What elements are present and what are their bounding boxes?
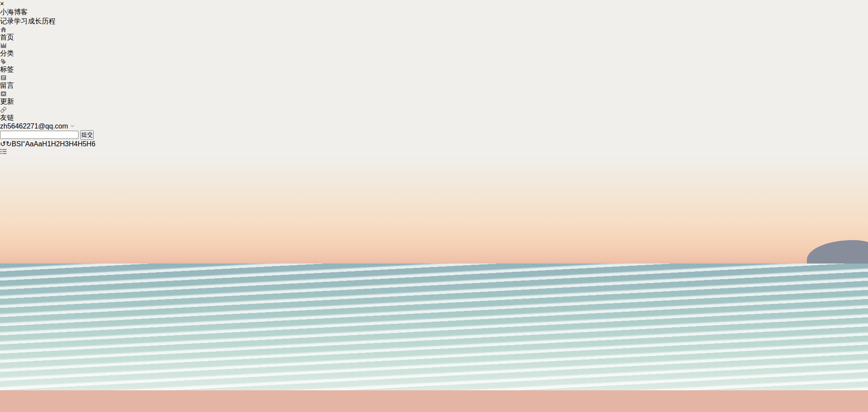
h6-button[interactable]: H6 (86, 140, 95, 148)
nav-item-update[interactable]: 更新 (0, 90, 868, 106)
nav-item-category[interactable]: 分类 (0, 42, 868, 58)
photo-sea (0, 264, 868, 390)
update-icon (0, 90, 868, 97)
h5-button[interactable]: H5 (78, 140, 86, 148)
ucwords-button[interactable]: Aa (25, 140, 34, 148)
site-header: × 小海博客 记录学习成长历程 首页分类标签留言更新友链 zh56462271@… (0, 0, 868, 130)
user-email: zh56462271@qq.com (0, 122, 68, 130)
nav-label: 友链 (0, 114, 14, 121)
brand: 小海博客 记录学习成长历程 (0, 8, 868, 26)
site-logo-avatar[interactable]: × (0, 0, 868, 8)
undo-button[interactable]: ↺ (0, 140, 6, 148)
h1-icon: H1 (42, 140, 51, 148)
bold-button[interactable]: B (12, 140, 16, 148)
h4-icon: H4 (69, 140, 77, 148)
background-beach-photo (0, 154, 868, 412)
main-nav: 首页分类标签留言更新友链 (0, 26, 868, 122)
category-icon (0, 42, 868, 49)
lowercase-icon: a (38, 140, 42, 148)
redo-button[interactable]: ↻ (6, 140, 11, 148)
uppercase-icon: A (34, 140, 39, 148)
h1-button[interactable]: H1 (42, 140, 51, 148)
home-icon (0, 26, 868, 33)
uppercase-button[interactable]: A (34, 140, 39, 148)
bold-icon: B (12, 140, 16, 148)
user-menu[interactable]: zh56462271@qq.com (0, 122, 868, 130)
site-title: 小海博客 (0, 8, 868, 17)
compose-bar: 提交 (0, 130, 868, 140)
tag-icon (0, 58, 868, 65)
nav-item-home[interactable]: 首页 (0, 26, 868, 42)
screen: × 小海博客 记录学习成长历程 首页分类标签留言更新友链 zh56462271@… (0, 0, 868, 412)
nav-label: 更新 (0, 98, 14, 105)
avatar-mouth: × (0, 0, 4, 7)
nav-label: 标签 (0, 66, 14, 73)
redo-icon: ↻ (6, 140, 11, 148)
h2-button[interactable]: H2 (51, 140, 60, 148)
h5-icon: H5 (78, 140, 86, 148)
h6-icon: H6 (86, 140, 95, 148)
photo-sand (0, 389, 868, 412)
chevron-down-icon (70, 122, 75, 130)
nav-item-tag[interactable]: 标签 (0, 58, 868, 74)
h3-button[interactable]: H3 (60, 140, 69, 148)
friendlink-icon (0, 106, 868, 113)
h4-button[interactable]: H4 (69, 140, 77, 148)
site-subtitle: 记录学习成长历程 (0, 17, 868, 26)
message-icon (0, 74, 868, 81)
submit-button[interactable]: 提交 (80, 130, 94, 140)
strikethrough-button[interactable]: S (16, 140, 21, 148)
nav-label: 留言 (0, 82, 14, 89)
nav-label: 分类 (0, 49, 14, 57)
nav-item-message[interactable]: 留言 (0, 74, 868, 90)
nav-item-friendlink[interactable]: 友链 (0, 106, 868, 122)
lowercase-button[interactable]: a (38, 140, 42, 148)
h3-icon: H3 (60, 140, 69, 148)
undo-icon: ↺ (0, 140, 6, 148)
post-title-input[interactable] (0, 131, 79, 139)
nav-label: 首页 (0, 33, 14, 41)
h2-icon: H2 (51, 140, 60, 148)
strikethrough-icon: S (16, 140, 21, 148)
ucwords-icon: Aa (25, 140, 34, 148)
